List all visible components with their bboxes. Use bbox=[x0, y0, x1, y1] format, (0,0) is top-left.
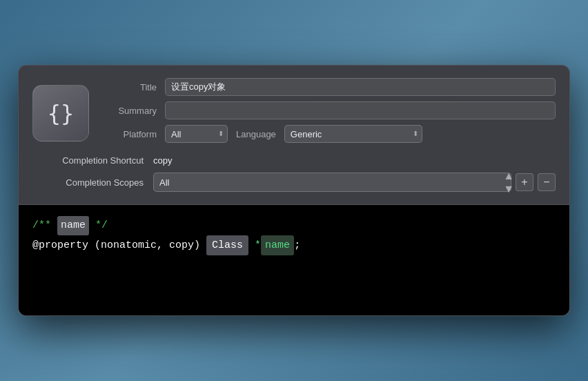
code-editor[interactable]: /** name */ @property (nonatomic, copy) … bbox=[19, 205, 569, 315]
add-scope-button[interactable]: + bbox=[516, 173, 533, 191]
title-input[interactable] bbox=[165, 78, 556, 96]
completion-shortcut-label: Completion Shortcut bbox=[32, 155, 153, 166]
title-field-row: Title bbox=[103, 78, 556, 96]
completion-scopes-row: Completion Scopes All Class Interface Cl… bbox=[32, 173, 556, 192]
remove-scope-button[interactable]: − bbox=[538, 173, 556, 191]
code-comment-start: /** bbox=[32, 217, 51, 235]
completion-scopes-select-wrap: All Class Interface Class Implementation… bbox=[153, 173, 556, 192]
code-comment-end: */ bbox=[95, 217, 108, 235]
language-select-wrap: Generic Objective-C Swift C C++ ⬍ bbox=[284, 125, 422, 143]
title-label: Title bbox=[103, 82, 165, 92]
code-line-2: @property (nonatomic, copy) Class * name… bbox=[32, 235, 556, 256]
platform-label: Platform bbox=[103, 129, 165, 139]
code-name-token: name bbox=[57, 216, 89, 235]
summary-input[interactable] bbox=[165, 101, 556, 119]
snippet-icon: {} bbox=[32, 85, 89, 141]
code-semi: ; bbox=[294, 237, 300, 255]
code-varname-token: name bbox=[261, 235, 294, 256]
completion-scopes-label: Completion Scopes bbox=[32, 177, 153, 188]
summary-label: Summary bbox=[103, 106, 165, 116]
title-fields: Title Summary Platform All iOS macOS bbox=[103, 78, 556, 148]
code-property-prefix: @property (nonatomic, copy) bbox=[32, 237, 200, 255]
completion-shortcut-value: copy bbox=[153, 155, 172, 166]
braces-icon: {} bbox=[48, 100, 75, 126]
platform-select[interactable]: All iOS macOS tvOS watchOS bbox=[165, 125, 228, 143]
form-section: {} Title Summary Platform bbox=[19, 66, 569, 204]
platform-language-row: Platform All iOS macOS tvOS watchOS ⬍ La… bbox=[103, 125, 556, 143]
completion-shortcut-row: Completion Shortcut copy bbox=[32, 155, 556, 166]
code-class-token: Class bbox=[206, 235, 248, 256]
summary-field-row: Summary bbox=[103, 101, 556, 119]
snippet-editor-panel: {} Title Summary Platform bbox=[18, 65, 570, 316]
language-label: Language bbox=[236, 129, 276, 139]
code-star: * bbox=[255, 237, 261, 255]
platform-select-wrap: All iOS macOS tvOS watchOS ⬍ bbox=[165, 125, 228, 143]
code-line-1: /** name */ bbox=[32, 216, 556, 235]
language-select[interactable]: Generic Objective-C Swift C C++ bbox=[284, 125, 422, 143]
completion-scopes-select[interactable]: All Class Interface Class Implementation… bbox=[153, 173, 511, 192]
title-row: {} Title Summary Platform bbox=[32, 78, 556, 148]
